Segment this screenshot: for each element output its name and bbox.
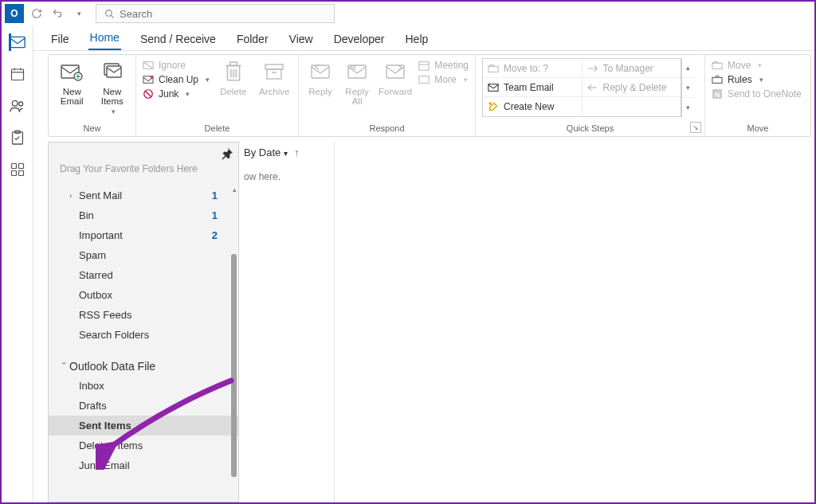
svg-rect-11: [11, 164, 16, 169]
svg-text:N: N: [715, 91, 720, 99]
menu-home[interactable]: Home: [88, 28, 121, 50]
folder-drafts[interactable]: Drafts: [49, 396, 238, 416]
folder-deleted-items[interactable]: Deleted Items: [49, 436, 238, 455]
folder-important[interactable]: Important 2: [49, 225, 238, 245]
clean-up-button[interactable]: Clean Up: [143, 74, 210, 85]
menu-view[interactable]: View: [288, 29, 315, 50]
svg-rect-14: [18, 171, 23, 176]
search-box[interactable]: [96, 4, 335, 23]
respond-more-button[interactable]: More: [418, 74, 469, 85]
rail-more-icon[interactable]: [9, 161, 26, 178]
rail-mail-icon[interactable]: [9, 33, 26, 51]
reply-all-button[interactable]: Reply All: [342, 58, 372, 106]
qs-move-to[interactable]: Move to: ?: [483, 59, 582, 77]
svg-rect-42: [419, 76, 429, 84]
svg-rect-2: [10, 37, 24, 47]
svg-rect-20: [107, 66, 121, 77]
group-label-delete: Delete: [143, 122, 292, 136]
folder-junk-email[interactable]: Junk Email: [49, 455, 238, 475]
svg-rect-46: [712, 77, 722, 83]
rules-button[interactable]: Rules: [712, 74, 802, 85]
menu-developer[interactable]: Developer: [332, 29, 386, 50]
qs-expand[interactable]: ▾: [682, 98, 694, 117]
svg-rect-37: [312, 65, 329, 78]
refresh-icon[interactable]: [29, 6, 45, 21]
svg-rect-45: [712, 63, 722, 68]
group-label-respond: Respond: [305, 122, 469, 136]
svg-rect-33: [230, 62, 237, 65]
sort-direction-icon[interactable]: ↑: [294, 147, 300, 158]
empty-hint: ow here.: [244, 171, 326, 182]
svg-line-1: [111, 15, 113, 18]
qat-customize-icon[interactable]: [70, 6, 86, 21]
folder-spam[interactable]: Spam: [49, 245, 238, 265]
group-label-quick-steps: Quick Steps: [482, 122, 698, 136]
quick-steps-launcher[interactable]: ↘: [690, 122, 701, 133]
svg-rect-43: [488, 66, 498, 72]
group-label-move: Move: [712, 122, 804, 136]
rail-tasks-icon[interactable]: [9, 129, 26, 147]
svg-rect-34: [265, 64, 283, 69]
svg-point-0: [106, 10, 112, 16]
reply-button[interactable]: Reply: [305, 58, 335, 96]
rail-calendar-icon[interactable]: [9, 65, 26, 83]
account-outlook-data-file[interactable]: › Outlook Data File: [49, 356, 238, 376]
qs-reply-delete[interactable]: Reply & Delete: [582, 78, 681, 96]
folder-sent-mail[interactable]: ›Sent Mail 1: [49, 186, 238, 205]
folder-inbox[interactable]: Inbox: [49, 376, 238, 396]
folder-bin[interactable]: Bin 1: [49, 205, 238, 225]
svg-line-22: [144, 63, 153, 68]
quick-steps-gallery[interactable]: Move to: ? To Manager Team Email: [482, 58, 681, 117]
folder-pane: Drag Your Favorite Folders Here ›Sent Ma…: [48, 142, 239, 502]
archive-button[interactable]: Archive: [257, 58, 292, 96]
menu-file[interactable]: File: [49, 29, 71, 50]
group-label-new: New: [55, 122, 129, 136]
rail-people-icon[interactable]: [9, 97, 26, 115]
svg-rect-35: [267, 69, 281, 79]
message-list-pane: By Date ▾ ↑ ow here.: [239, 142, 335, 502]
undo-icon[interactable]: [49, 6, 65, 21]
delete-button[interactable]: Delete: [216, 58, 250, 96]
folder-search-folders[interactable]: Search Folders: [49, 325, 238, 345]
new-items-button[interactable]: New Items: [96, 58, 130, 115]
sort-by-date[interactable]: By Date ▾: [244, 147, 288, 158]
new-email-button[interactable]: New Email: [55, 58, 89, 106]
svg-rect-13: [11, 171, 16, 176]
menu-send-receive[interactable]: Send / Receive: [139, 29, 218, 50]
folder-rss-feeds[interactable]: RSS Feeds: [49, 305, 238, 325]
svg-point-8: [18, 102, 22, 106]
svg-line-27: [146, 92, 151, 97]
qs-to-manager[interactable]: To Manager: [582, 59, 681, 77]
send-to-onenote-button[interactable]: N Send to OneNote: [712, 88, 802, 100]
menu-help[interactable]: Help: [403, 29, 430, 50]
meeting-button[interactable]: Meeting: [418, 60, 469, 71]
qs-team-email[interactable]: Team Email: [483, 78, 582, 96]
svg-point-7: [12, 100, 18, 106]
svg-rect-40: [419, 62, 429, 71]
forward-button[interactable]: Forward: [379, 58, 412, 96]
folder-tree-scrollbar[interactable]: ▴: [229, 186, 238, 502]
menu-folder[interactable]: Folder: [235, 29, 270, 50]
folder-outbox[interactable]: Outbox: [49, 285, 238, 305]
junk-button[interactable]: Junk: [143, 88, 210, 100]
search-input[interactable]: [120, 8, 326, 20]
favorites-hint: Drag Your Favorite Folders Here: [49, 143, 238, 186]
pin-icon[interactable]: [221, 147, 233, 162]
folder-sent-items[interactable]: Sent Items: [49, 416, 238, 436]
move-button[interactable]: Move: [712, 60, 802, 71]
svg-rect-3: [11, 69, 23, 80]
qs-scroll-down[interactable]: ▾: [682, 78, 694, 98]
svg-rect-12: [18, 164, 23, 169]
ignore-button[interactable]: Ignore: [143, 60, 210, 71]
folder-starred[interactable]: Starred: [49, 265, 238, 285]
qs-scroll-up[interactable]: ▴: [682, 58, 694, 78]
qs-create-new[interactable]: Create New: [483, 97, 582, 116]
outlook-app-icon: O: [5, 4, 24, 23]
svg-rect-44: [488, 84, 498, 91]
reading-pane: [335, 142, 814, 502]
